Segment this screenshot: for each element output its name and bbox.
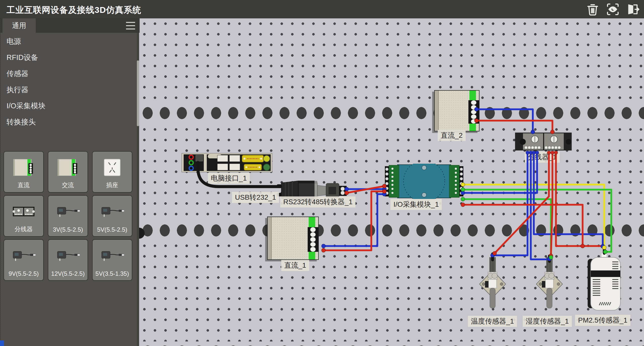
device-label: 电脑接口_1 [208, 173, 250, 184]
sidebar-tab-row: 通用 [1, 18, 140, 33]
scrollbar-thumb[interactable] [137, 60, 139, 126]
pegboard-band [139, 222, 644, 238]
sidebar-scrollbar[interactable] [137, 33, 139, 346]
corner-marker [0, 340, 4, 346]
device-label: 直流_1 [281, 260, 309, 271]
device-label: USB转232_1 [232, 192, 279, 203]
device-humidity-sensor[interactable] [534, 256, 565, 315]
component-card-0[interactable]: 直流 [4, 151, 44, 193]
exit-icon[interactable] [626, 2, 640, 16]
device-label: 分线器_1 [525, 152, 560, 163]
pegboard-band [139, 341, 644, 346]
menu-icon[interactable] [126, 22, 135, 29]
device-label: RS232转485转换器_1 [280, 196, 355, 207]
device-splitter[interactable] [515, 131, 572, 152]
device-dc-power-2[interactable] [434, 90, 479, 131]
component-card-3[interactable]: 分线器 [4, 195, 44, 237]
sidebar-menu-item-5[interactable]: 转换接头 [1, 114, 136, 130]
device-label: I/O采集模块_1 [390, 199, 442, 210]
device-label: PM2.5传感器_1 [575, 315, 630, 326]
device-label: 直流_2 [438, 130, 466, 141]
pegboard-band [139, 105, 644, 121]
sidebar-menu-item-2[interactable]: 传感器 [1, 66, 136, 82]
category-menu: 电源 RFID设备 传感器 执行器 I/O采集模块 转换接头 [1, 33, 136, 130]
tab-general[interactable]: 通用 [3, 18, 36, 33]
title-bar: 工业互联网设备及接线3D仿真系统 [0, 0, 644, 18]
component-card-7[interactable]: 12V(5.5-2.5) [48, 239, 88, 281]
device-label: 湿度传感器_1 [523, 316, 572, 327]
component-sidebar: 通用 电源 RFID设备 传感器 执行器 I/O采集模块 转换接头 直流 [0, 18, 139, 346]
component-card-2[interactable]: 插座 [92, 151, 132, 193]
sidebar-menu-item-0[interactable]: 电源 [1, 33, 136, 50]
device-dc-power-1[interactable] [267, 217, 319, 260]
component-card-8[interactable]: 5V(3.5-1.35) [92, 239, 132, 281]
app-title: 工业互联网设备及接线3D仿真系统 [7, 4, 141, 16]
device-pm25-sensor[interactable] [586, 252, 624, 315]
component-card-1[interactable]: 交流 [48, 151, 88, 193]
component-card-6[interactable]: 9V(5.5-2.5) [4, 239, 44, 281]
component-card-5[interactable]: 5V(5.5-2.5) [92, 195, 132, 237]
component-card-4[interactable]: 3V(5.5-2.5) [48, 195, 88, 237]
view-focus-icon[interactable] [606, 2, 620, 16]
device-pc-interface[interactable] [182, 153, 272, 172]
device-temperature-sensor[interactable] [477, 256, 508, 315]
device-io-module[interactable] [385, 164, 463, 199]
sidebar-menu-item-3[interactable]: 执行器 [1, 82, 136, 98]
sidebar-menu-item-4[interactable]: I/O采集模块 [1, 98, 136, 114]
device-label: 温度传感器_1 [468, 316, 517, 327]
sidebar-menu-item-1[interactable]: RFID设备 [1, 50, 136, 66]
trash-icon[interactable] [586, 2, 600, 16]
